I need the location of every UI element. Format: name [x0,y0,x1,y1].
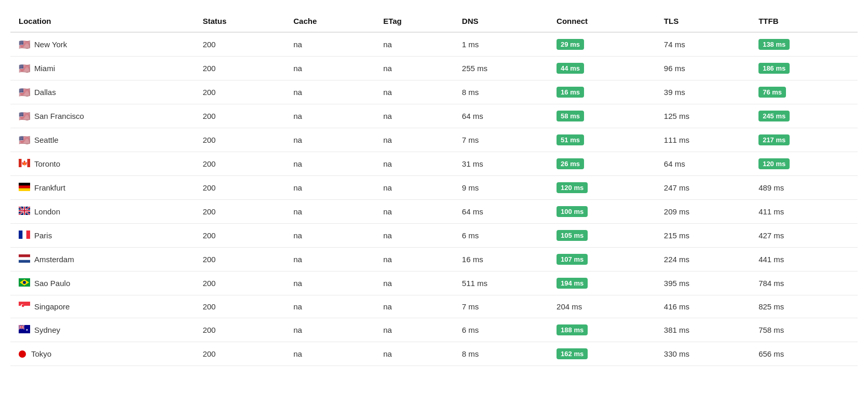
flag-icon [19,278,30,288]
connect-cell: 100 ms [548,200,656,224]
cache-cell: na [285,152,375,176]
ttfb-cell: 245 ms [750,104,858,128]
table-row: 🍁 Toronto200nana31 ms26 ms64 ms120 ms [10,152,858,176]
table-row: 🇺🇸Miami200nana255 ms44 ms96 ms186 ms [10,57,858,80]
ttfb-badge: 186 ms [758,63,790,74]
location-name: New York [34,40,67,49]
ttfb-badge: 217 ms [758,134,790,145]
etag-cell: na [375,152,454,176]
ttfb-cell: 217 ms [750,128,858,152]
flag-icon: 🇺🇸 [19,40,30,49]
ttfb-cell: 784 ms [750,272,858,295]
status-cell: 200 [194,152,285,176]
connect-badge: 120 ms [557,182,588,193]
etag-cell: na [375,272,454,295]
connect-cell: 58 ms [548,104,656,128]
status-cell: 200 [194,224,285,248]
connect-badge: 51 ms [557,134,584,145]
status-cell: 200 [194,272,285,295]
connect-cell: 105 ms [548,224,656,248]
table-row: 🇺🇸San Francisco200nana64 ms58 ms125 ms24… [10,104,858,128]
location-cell: 🇺🇸New York [10,32,194,57]
flag-icon [19,207,30,216]
location-cell: Paris [10,224,194,248]
svg-rect-26 [19,306,30,310]
location-name: Amsterdam [34,255,74,264]
tls-cell: 381 ms [656,318,750,342]
cache-cell: na [285,224,375,248]
location-cell: Tokyo [10,342,194,366]
status-cell: 200 [194,80,285,104]
connect-cell: 51 ms [548,128,656,152]
dns-cell: 511 ms [454,272,548,295]
location-name: Frankfurt [34,183,65,192]
column-header-cache: Cache [285,10,375,32]
connect-cell: 107 ms [548,248,656,272]
cache-cell: na [285,248,375,272]
ttfb-badge: 245 ms [758,111,790,121]
connect-badge: 16 ms [557,87,584,98]
flag-icon [19,350,26,358]
table-row: London200nana64 ms100 ms209 ms411 ms [10,200,858,224]
svg-text:✦: ✦ [25,328,29,332]
column-header-dns: DNS [454,10,548,32]
column-header-connect: Connect [548,10,656,32]
cache-cell: na [285,342,375,366]
status-cell: 200 [194,200,285,224]
ttfb-cell: 120 ms [750,152,858,176]
ttfb-cell: 427 ms [750,224,858,248]
svg-text:🍁: 🍁 [21,160,28,167]
status-cell: 200 [194,176,285,200]
table-row: 🇺🇸Dallas200nana8 ms16 ms39 ms76 ms [10,80,858,104]
dns-cell: 7 ms [454,128,548,152]
column-header-status: Status [194,10,285,32]
location-cell: 🇺🇸Seattle [10,128,194,152]
column-header-tls: TLS [656,10,750,32]
status-cell: 200 [194,128,285,152]
dns-cell: 8 ms [454,342,548,366]
dns-cell: 8 ms [454,80,548,104]
ttfb-cell: 138 ms [750,32,858,57]
connect-badge: 194 ms [557,278,588,289]
location-cell: 🍁 Toronto [10,152,194,176]
table-row: Tokyo200nana8 ms162 ms330 ms656 ms [10,342,858,366]
status-cell: 200 [194,32,285,57]
etag-cell: na [375,318,454,342]
svg-rect-17 [19,231,22,239]
dns-cell: 16 ms [454,248,548,272]
dns-cell: 9 ms [454,176,548,200]
dns-cell: 64 ms [454,104,548,128]
ttfb-badge: 138 ms [758,39,790,50]
svg-rect-38 [19,327,24,328]
tls-cell: 125 ms [656,104,750,128]
connect-badge: 44 ms [557,63,584,74]
tls-cell: 64 ms [656,152,750,176]
location-cell: Sao Paulo [10,272,194,295]
flag-icon [19,183,30,193]
status-cell: 200 [194,104,285,128]
performance-table: LocationStatusCacheETagDNSConnectTLSTTFB… [10,10,858,366]
location-name: Miami [34,64,55,73]
connect-cell: 26 ms [548,152,656,176]
ttfb-cell: 758 ms [750,318,858,342]
location-name: London [34,207,60,216]
table-row: 🇺🇸New York200nana1 ms29 ms74 ms138 ms [10,32,858,57]
ttfb-cell: 489 ms [750,176,858,200]
flag-icon: 🇺🇸 [19,112,30,121]
ttfb-cell: 186 ms [750,57,858,80]
tls-cell: 74 ms [656,32,750,57]
ttfb-cell: 76 ms [750,80,858,104]
svg-rect-20 [19,254,30,257]
dns-cell: 6 ms [454,224,548,248]
status-cell: 200 [194,57,285,80]
location-cell: Amsterdam [10,248,194,272]
ttfb-cell: 441 ms [750,248,858,272]
svg-point-28 [22,305,24,307]
table-row: Frankfurt200nana9 ms120 ms247 ms489 ms [10,176,858,200]
svg-rect-21 [19,260,30,263]
status-cell: 200 [194,318,285,342]
etag-cell: na [375,200,454,224]
etag-cell: na [375,224,454,248]
flag-icon: 🇺🇸 [19,88,30,97]
flag-icon: 🇺🇸 [19,136,30,145]
